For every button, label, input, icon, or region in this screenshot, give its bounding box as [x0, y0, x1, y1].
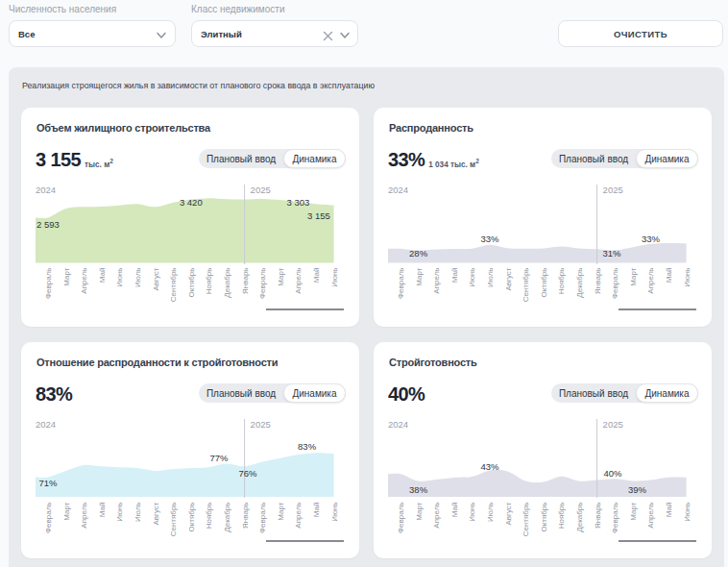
svg-text:Май: Май — [312, 503, 321, 518]
svg-text:Февраль: Февраль — [44, 503, 53, 534]
svg-text:38%: 38% — [409, 484, 428, 495]
svg-text:Февраль: Февраль — [397, 268, 405, 300]
svg-text:Май: Май — [312, 268, 321, 284]
svg-text:39%: 39% — [628, 484, 647, 495]
svg-text:Октябрь: Октябрь — [540, 503, 548, 532]
svg-text:2025: 2025 — [603, 419, 623, 430]
svg-text:Сентябрь: Сентябрь — [169, 268, 178, 303]
svg-text:Октябрь: Октябрь — [187, 503, 196, 532]
svg-text:Март: Март — [629, 267, 638, 285]
svg-text:Ноябрь: Ноябрь — [205, 503, 213, 530]
svg-text:2024: 2024 — [36, 419, 56, 430]
svg-text:2025: 2025 — [603, 185, 623, 195]
svg-text:Апрель: Апрель — [646, 268, 655, 294]
svg-text:Апрель: Апрель — [646, 503, 655, 529]
svg-text:Август: Август — [152, 267, 160, 290]
svg-text:3 155: 3 155 — [307, 210, 330, 221]
svg-text:76%: 76% — [238, 468, 257, 479]
svg-text:43%: 43% — [480, 461, 499, 472]
svg-text:Июль: Июль — [486, 503, 495, 522]
svg-text:Ноябрь: Ноябрь — [557, 268, 566, 295]
svg-text:Март: Март — [62, 267, 71, 285]
svg-text:Февраль: Февраль — [258, 268, 267, 300]
svg-text:3 303: 3 303 — [287, 197, 310, 208]
svg-text:Июнь: Июнь — [683, 503, 692, 522]
svg-text:Апрель: Апрель — [294, 503, 303, 529]
svg-text:33%: 33% — [480, 234, 499, 244]
svg-text:2024: 2024 — [36, 185, 56, 195]
svg-text:2024: 2024 — [388, 185, 408, 195]
svg-text:71%: 71% — [38, 478, 58, 488]
svg-text:Июнь: Июнь — [330, 503, 339, 522]
svg-text:Август: Август — [152, 502, 160, 525]
svg-text:3 420: 3 420 — [180, 197, 203, 208]
svg-text:Январь: Январь — [241, 268, 250, 294]
svg-text:Сентябрь: Сентябрь — [522, 268, 530, 303]
svg-text:Ноябрь: Ноябрь — [205, 268, 213, 295]
svg-text:Февраль: Февраль — [611, 503, 619, 534]
svg-text:Февраль: Февраль — [44, 268, 53, 300]
svg-text:Март: Март — [415, 267, 424, 285]
svg-text:Июнь: Июнь — [468, 503, 476, 522]
svg-text:Апрель: Апрель — [80, 268, 88, 294]
svg-text:31%: 31% — [602, 248, 621, 259]
svg-text:28%: 28% — [409, 248, 428, 259]
svg-text:83%: 83% — [298, 441, 317, 452]
svg-text:77%: 77% — [209, 453, 229, 463]
svg-text:Март: Март — [277, 267, 285, 285]
svg-text:Апрель: Апрель — [432, 268, 441, 294]
svg-text:Декабрь: Декабрь — [575, 268, 584, 298]
svg-text:Май: Май — [665, 268, 673, 284]
svg-text:Октябрь: Октябрь — [187, 268, 196, 298]
svg-text:Ноябрь: Ноябрь — [557, 503, 566, 530]
svg-text:Июль: Июль — [486, 268, 495, 287]
svg-text:2024: 2024 — [388, 419, 408, 430]
svg-text:Январь: Январь — [594, 503, 602, 529]
svg-text:Декабрь: Декабрь — [223, 268, 231, 298]
svg-text:Март: Март — [629, 502, 638, 520]
svg-text:Август: Август — [504, 267, 513, 290]
svg-text:Май: Май — [450, 503, 459, 518]
svg-text:Апрель: Апрель — [294, 268, 303, 294]
svg-text:2025: 2025 — [251, 185, 271, 195]
svg-text:Май: Май — [665, 503, 673, 518]
svg-text:Февраль: Февраль — [258, 503, 267, 534]
svg-text:33%: 33% — [642, 234, 661, 244]
svg-text:Март: Март — [62, 502, 71, 520]
svg-text:Январь: Январь — [594, 268, 602, 294]
svg-text:2025: 2025 — [251, 419, 271, 430]
svg-text:Июль: Июль — [133, 268, 142, 287]
svg-text:Июнь: Июнь — [468, 268, 476, 287]
svg-text:Июль: Июль — [133, 503, 142, 522]
svg-text:Февраль: Февраль — [611, 268, 619, 300]
svg-text:Июнь: Июнь — [115, 268, 124, 287]
svg-text:Апрель: Апрель — [80, 503, 88, 529]
svg-text:40%: 40% — [603, 468, 622, 479]
svg-text:Июнь: Июнь — [330, 268, 339, 287]
svg-text:Декабрь: Декабрь — [575, 503, 584, 532]
svg-text:Сентябрь: Сентябрь — [169, 503, 178, 537]
svg-text:Май: Май — [450, 268, 459, 284]
svg-text:Февраль: Февраль — [397, 503, 405, 534]
svg-text:Сентябрь: Сентябрь — [522, 503, 530, 537]
svg-text:Октябрь: Октябрь — [540, 268, 548, 298]
svg-text:Июнь: Июнь — [683, 268, 692, 287]
svg-text:Декабрь: Декабрь — [223, 503, 231, 532]
svg-text:Март: Март — [277, 502, 285, 520]
svg-text:Апрель: Апрель — [432, 503, 441, 529]
svg-text:Август: Август — [504, 502, 513, 525]
svg-text:Январь: Январь — [241, 503, 250, 529]
svg-text:Май: Май — [98, 503, 107, 518]
svg-text:Май: Май — [98, 268, 107, 284]
svg-text:2 593: 2 593 — [36, 219, 60, 230]
svg-text:Март: Март — [415, 502, 424, 520]
svg-text:Июнь: Июнь — [115, 503, 124, 522]
